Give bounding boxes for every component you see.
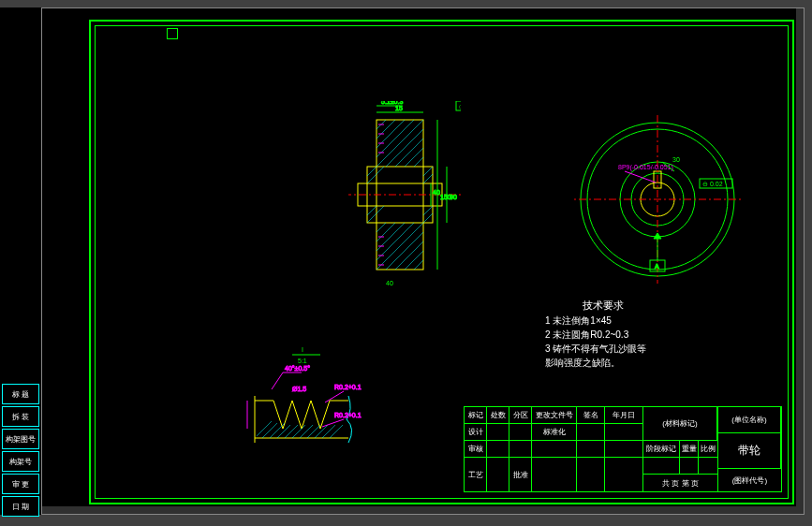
scrollbar-vertical[interactable]: [796, 8, 804, 506]
tb-hdr: 更改文件号: [532, 407, 577, 423]
tb-cell: 工艺: [465, 458, 487, 491]
section-view: 15 5.1±0.3 150 90 40 ◎ 0.004 A 40: [348, 101, 461, 288]
tb-weight: 重量: [680, 441, 699, 457]
side-btn-review[interactable]: 审 更: [2, 474, 39, 494]
svg-line-24: [423, 174, 433, 183]
detail-view: I 5:1: [245, 344, 376, 457]
tb-hdr: 签名: [577, 407, 605, 423]
svg-line-83: [272, 373, 283, 389]
scrollbar-horizontal[interactable]: [42, 506, 804, 514]
svg-line-74: [270, 423, 285, 438]
svg-text:5:1: 5:1: [298, 358, 307, 364]
tb-hdr: 年月日: [605, 407, 642, 423]
svg-line-81: [322, 425, 335, 438]
svg-line-19: [405, 251, 423, 270]
tech-req-title: 技术要求: [583, 298, 646, 314]
svg-text:40°±0.5°: 40°±0.5°: [285, 365, 310, 372]
svg-line-6: [376, 120, 414, 157]
svg-line-4: [376, 120, 395, 139]
drawing-frame-inner: 15 5.1±0.3 150 90 40 ◎ 0.004 A 40: [95, 25, 789, 499]
svg-line-82: [330, 425, 343, 438]
svg-text:Ø1.5: Ø1.5: [292, 386, 306, 392]
tb-company: (单位名称): [718, 407, 781, 433]
side-btn-disasm[interactable]: 拆 装: [2, 406, 39, 427]
orientation-mark: [167, 28, 178, 39]
tb-cell: 审核: [465, 441, 487, 457]
svg-text:◎ 0.004 A: ◎ 0.004 A: [459, 103, 461, 110]
drawing-canvas[interactable]: 15 5.1±0.3 150 90 40 ◎ 0.004 A 40: [41, 7, 805, 515]
tech-req-item: 影响强度之缺陷。: [545, 356, 646, 370]
tb-hdr: 分区: [509, 407, 532, 423]
svg-text:90: 90: [450, 194, 457, 200]
svg-line-26: [367, 206, 384, 223]
svg-line-15: [376, 223, 414, 260]
side-btn-title[interactable]: 标 题: [2, 384, 39, 404]
svg-text:5.1±0.3: 5.1±0.3: [381, 101, 403, 105]
side-btn-frame[interactable]: 构架号: [2, 451, 39, 472]
svg-text:8P9(-0.015/-0.051): 8P9(-0.015/-0.051): [618, 164, 673, 171]
tb-scale: 比例: [699, 441, 717, 457]
svg-text:40: 40: [386, 280, 393, 286]
svg-text:30: 30: [672, 156, 680, 163]
svg-line-17: [386, 232, 423, 270]
side-btn-date[interactable]: 日 期: [2, 496, 39, 517]
svg-line-18: [395, 241, 423, 270]
svg-line-73: [262, 423, 277, 438]
svg-text:15: 15: [395, 105, 403, 111]
tech-req-item: 1 未注倒角1×45: [545, 314, 646, 328]
svg-text:⊖ 0.02: ⊖ 0.02: [702, 181, 723, 187]
svg-line-79: [307, 425, 320, 438]
svg-line-13: [376, 223, 395, 241]
svg-marker-68: [654, 233, 661, 239]
svg-line-27: [423, 206, 433, 215]
svg-line-23: [423, 167, 433, 176]
svg-line-25: [367, 206, 376, 215]
side-toolbar: 标 题 拆 装 构架图号 构架号 审 更 日 期: [0, 7, 41, 515]
tb-sheet: 共 页 第 页: [643, 475, 717, 491]
svg-line-20: [414, 260, 423, 270]
tech-req-item: 2 未注圆角R0.2~0.3: [545, 328, 646, 342]
svg-line-77: [292, 425, 305, 438]
svg-line-78: [300, 425, 313, 438]
title-block: 标记 处数 分区 更改文件号 签名 年月日 设计 标准化: [464, 406, 782, 492]
svg-line-11: [414, 157, 423, 167]
svg-line-12: [376, 223, 386, 232]
svg-text:A: A: [655, 263, 659, 270]
svg-line-8: [386, 129, 423, 167]
svg-text:R0.2+0.1: R0.2+0.1: [334, 384, 362, 390]
tb-cell: 设计: [465, 424, 487, 440]
svg-line-60: [625, 171, 656, 183]
tb-part-name: 带轮: [718, 433, 781, 469]
svg-line-10: [405, 148, 423, 167]
tb-stage: 阶段标记: [643, 441, 680, 457]
tb-drawing-no: (图样代号): [718, 469, 781, 491]
tb-cell: 标准化: [532, 424, 577, 440]
tech-requirements: 技术要求 1 未注倒角1×45 2 未注圆角R0.2~0.3 3 铸件不得有气孔…: [545, 298, 646, 370]
drawing-frame-outer: 15 5.1±0.3 150 90 40 ◎ 0.004 A 40: [89, 20, 794, 504]
tb-hdr: 处数: [487, 407, 509, 423]
svg-line-28: [423, 213, 433, 223]
side-btn-frameno[interactable]: 构架图号: [2, 429, 39, 449]
tb-cell: 批准: [509, 458, 532, 491]
svg-line-22: [367, 167, 384, 183]
tb-hdr: 标记: [465, 407, 487, 423]
svg-line-9: [395, 139, 423, 167]
svg-text:I: I: [302, 346, 303, 353]
tb-material: (材料标记): [643, 407, 717, 441]
front-view: 8P9(-0.015/-0.051) 30 ⊖ 0.02 A: [573, 115, 742, 284]
svg-line-21: [367, 167, 376, 176]
svg-line-72: [257, 421, 272, 436]
svg-line-76: [285, 425, 298, 438]
svg-line-89: [322, 419, 344, 427]
svg-text:R0.2+0.1: R0.2+0.1: [334, 412, 362, 418]
tech-req-item: 3 铸件不得有气孔沙眼等: [545, 342, 646, 356]
svg-text:40: 40: [433, 189, 440, 196]
